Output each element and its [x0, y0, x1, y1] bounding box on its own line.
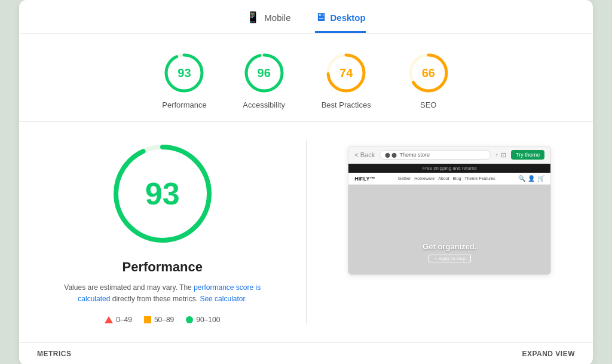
- nav-link-features[interactable]: Theme Features: [464, 176, 495, 181]
- browser-nav-links: Gather Homeware About Blog Theme Feature…: [398, 176, 495, 181]
- nav-account-icon[interactable]: 👤: [528, 175, 535, 182]
- legend-green-icon: [186, 316, 193, 323]
- nav-link-homeware[interactable]: Homeware: [414, 176, 434, 181]
- circle-best-practices: 74: [325, 51, 368, 94]
- legend-orange: 50–89: [144, 316, 174, 324]
- score-seo-label: SEO: [420, 100, 436, 109]
- score-performance-label: Performance: [162, 100, 206, 109]
- circle-performance: 93: [163, 51, 206, 94]
- score-accessibility: 96 Accessibility: [243, 51, 286, 109]
- right-panel: < Back ⬤ ⬤ Theme store ↑ ⊡ Try theme Fre…: [336, 140, 564, 324]
- score-accessibility-label: Accessibility: [243, 100, 285, 109]
- footer-metrics: METRICS: [37, 350, 72, 358]
- circle-accessibility: 96: [243, 51, 286, 94]
- score-seo-value: 66: [422, 66, 435, 80]
- nav-link-gather[interactable]: Gather: [398, 176, 411, 181]
- browser-icons: ↑ ⊡: [495, 151, 507, 159]
- main-content: 93 Performance Values are estimated and …: [19, 122, 593, 342]
- browser-hero: Get organized. → Apply for shop: [348, 185, 550, 274]
- circle-seo: 66: [407, 51, 450, 94]
- nav-link-about[interactable]: About: [438, 176, 449, 181]
- nav-link-blog[interactable]: Blog: [452, 176, 461, 181]
- mobile-icon: 📱: [246, 11, 259, 24]
- nav-search-icon[interactable]: 🔍: [518, 175, 525, 182]
- browser-icon-2: ⊡: [501, 151, 506, 159]
- browser-url-bar: ⬤ ⬤ Theme store: [380, 150, 490, 160]
- desc-cont: directly from these metrics.: [112, 295, 200, 303]
- hero-cta-button[interactable]: → Apply for shop: [429, 255, 471, 262]
- browser-topbar: < Back ⬤ ⬤ Theme store ↑ ⊡ Try theme: [348, 146, 550, 164]
- desc-text: Values are estimated and may vary. The: [64, 283, 191, 292]
- browser-nav-actions: 🔍 👤 🛒: [518, 175, 544, 182]
- score-best-practices-label: Best Practices: [322, 100, 371, 109]
- score-performance: 93 Performance: [162, 51, 206, 109]
- legend-green-range: 90–100: [196, 316, 220, 324]
- browser-logo: HIFLY™: [354, 176, 375, 182]
- tab-mobile[interactable]: 📱 Mobile: [246, 11, 290, 33]
- content-divider: [306, 140, 307, 324]
- score-performance-value: 93: [178, 66, 191, 80]
- legend-red: 0–49: [105, 316, 132, 324]
- legend-orange-icon: [144, 316, 151, 323]
- main-card: 📱 Mobile 🖥 Desktop 93 Performance: [19, 0, 593, 364]
- tab-desktop[interactable]: 🖥 Desktop: [315, 11, 366, 33]
- browser-banner: Free shipping and returns: [348, 164, 550, 173]
- browser-back-btn[interactable]: < Back: [354, 151, 375, 158]
- url-text: Theme store: [399, 152, 430, 158]
- desktop-icon: 🖥: [315, 11, 326, 24]
- score-seo: 66 SEO: [407, 51, 450, 109]
- legend-red-icon: [105, 316, 113, 323]
- tab-desktop-label: Desktop: [331, 13, 366, 23]
- score-row: 93 Performance 96 Accessibility 74: [19, 33, 593, 122]
- big-score-value: 93: [145, 176, 180, 212]
- tab-bar: 📱 Mobile 🖥 Desktop: [19, 0, 593, 33]
- theme-toggle: ⬤ ⬤: [385, 152, 397, 158]
- browser-mockup: < Back ⬤ ⬤ Theme store ↑ ⊡ Try theme Fre…: [348, 146, 551, 275]
- perf-title: Performance: [122, 259, 203, 275]
- hero-title: Get organized.: [423, 242, 476, 251]
- score-accessibility-value: 96: [258, 66, 271, 80]
- browser-nav: HIFLY™ Gather Homeware About Blog Theme …: [348, 173, 550, 185]
- legend-green: 90–100: [186, 316, 220, 324]
- try-theme-button[interactable]: Try theme: [511, 150, 544, 160]
- card-footer: METRICS Expand view: [19, 342, 593, 364]
- left-panel: 93 Performance Values are estimated and …: [49, 140, 276, 324]
- expand-view-link[interactable]: Expand view: [522, 350, 575, 358]
- big-circle: 93: [109, 140, 216, 247]
- legend-red-range: 0–49: [116, 316, 132, 324]
- score-best-practices: 74 Best Practices: [322, 51, 371, 109]
- browser-icon-1: ↑: [495, 151, 499, 159]
- legend-orange-range: 50–89: [154, 316, 174, 324]
- score-best-practices-value: 74: [339, 66, 353, 80]
- legend: 0–49 50–89 90–100: [105, 316, 220, 324]
- perf-desc: Values are estimated and may vary. The p…: [61, 282, 264, 305]
- tab-mobile-label: Mobile: [264, 13, 290, 23]
- calculator-link[interactable]: See calculator.: [200, 295, 247, 303]
- nav-cart-icon[interactable]: 🛒: [537, 175, 544, 182]
